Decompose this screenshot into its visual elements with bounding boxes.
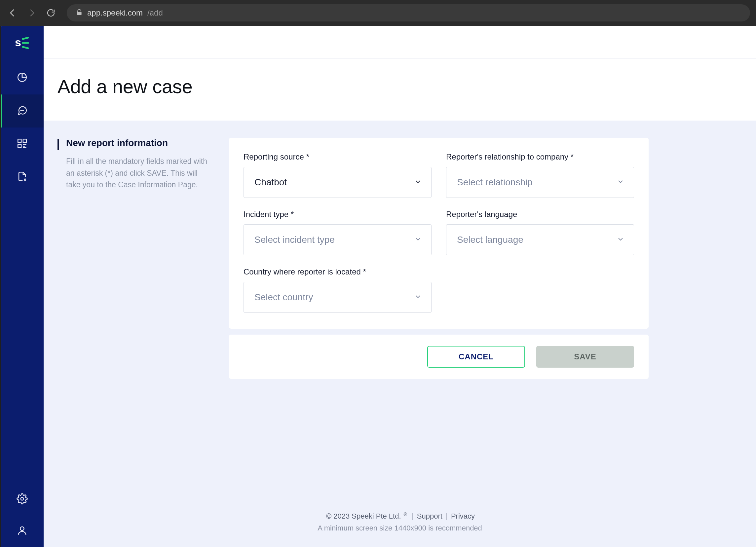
sidebar-nav: s bbox=[1, 26, 44, 547]
chevron-down-icon bbox=[414, 178, 422, 187]
field-country: Country where reporter is located * Sele… bbox=[244, 267, 432, 313]
page-header: Add a new case bbox=[44, 59, 756, 121]
field-reporting-source: Reporting source * Chatbot bbox=[244, 152, 432, 198]
form-card: Reporting source * Chatbot Reporter's re… bbox=[229, 138, 649, 329]
reporting-source-label: Reporting source * bbox=[244, 152, 432, 162]
sidebar-item-forms[interactable] bbox=[1, 128, 44, 161]
country-placeholder: Select country bbox=[254, 292, 313, 302]
svg-point-6 bbox=[20, 527, 24, 530]
reload-button[interactable] bbox=[44, 6, 57, 20]
relationship-placeholder: Select relationship bbox=[457, 177, 533, 188]
field-language: Reporter's language Select language bbox=[446, 210, 634, 255]
svg-rect-2 bbox=[18, 139, 21, 142]
sidebar-item-profile[interactable] bbox=[17, 515, 28, 547]
language-placeholder: Select language bbox=[457, 235, 523, 245]
pie-chart-icon bbox=[17, 72, 28, 84]
relationship-select[interactable]: Select relationship bbox=[446, 167, 634, 198]
svg-rect-3 bbox=[23, 139, 26, 142]
gear-icon bbox=[17, 493, 28, 506]
field-relationship: Reporter's relationship to company * Sel… bbox=[446, 152, 634, 198]
reporting-source-select[interactable]: Chatbot bbox=[244, 167, 432, 198]
save-button[interactable]: SAVE bbox=[536, 346, 634, 368]
section-side-note: New report information Fill in all the m… bbox=[57, 138, 214, 191]
country-select[interactable]: Select country bbox=[244, 282, 432, 313]
relationship-label: Reporter's relationship to company * bbox=[446, 152, 634, 162]
svg-text:s: s bbox=[15, 36, 21, 49]
field-incident-type: Incident type * Select incident type bbox=[244, 210, 432, 255]
file-x-icon bbox=[17, 171, 28, 183]
user-icon bbox=[17, 525, 28, 537]
language-label: Reporter's language bbox=[446, 210, 634, 219]
side-note-heading: New report information bbox=[66, 138, 212, 148]
footer-reg: ® bbox=[404, 512, 407, 517]
actions-card: CANCEL SAVE bbox=[229, 334, 649, 379]
qr-grid-icon bbox=[17, 138, 28, 150]
chat-bubble-icon bbox=[17, 105, 28, 117]
browser-toolbar: app.speeki.com/add bbox=[0, 0, 756, 26]
sidebar-item-dashboard[interactable] bbox=[1, 61, 44, 95]
svg-rect-0 bbox=[77, 12, 81, 15]
url-path: /add bbox=[147, 8, 163, 18]
footer-copyright: © 2023 Speeki Pte Ltd. bbox=[326, 512, 401, 520]
reporting-source-value: Chatbot bbox=[254, 177, 287, 188]
language-select[interactable]: Select language bbox=[446, 224, 634, 255]
incident-type-select[interactable]: Select incident type bbox=[244, 224, 432, 255]
svg-rect-4 bbox=[18, 144, 21, 148]
back-button[interactable] bbox=[6, 6, 19, 20]
app-logo[interactable]: s bbox=[12, 33, 32, 53]
chevron-down-icon bbox=[414, 293, 422, 302]
content-area: New report information Fill in all the m… bbox=[44, 121, 756, 547]
chevron-down-icon bbox=[617, 178, 624, 187]
chevron-down-icon bbox=[617, 235, 624, 245]
footer: © 2023 Speeki Pte Ltd.® | Support | Priv… bbox=[57, 502, 742, 537]
sidebar-item-export[interactable] bbox=[1, 161, 44, 194]
top-bar bbox=[44, 26, 756, 59]
footer-separator: | bbox=[412, 512, 414, 520]
app-root: s bbox=[1, 26, 756, 547]
incident-type-label: Incident type * bbox=[244, 210, 432, 219]
incident-type-placeholder: Select incident type bbox=[254, 235, 335, 245]
lock-icon bbox=[76, 8, 83, 18]
page-title: Add a new case bbox=[57, 75, 742, 98]
chevron-down-icon bbox=[414, 235, 422, 245]
footer-support-link[interactable]: Support bbox=[417, 512, 442, 520]
svg-point-5 bbox=[21, 497, 24, 500]
country-label: Country where reporter is located * bbox=[244, 267, 432, 276]
address-bar[interactable]: app.speeki.com/add bbox=[67, 4, 750, 21]
side-note-body: Fill in all the mandatory fields marked … bbox=[66, 156, 212, 191]
url-host: app.speeki.com bbox=[87, 8, 143, 18]
forward-button[interactable] bbox=[25, 6, 38, 20]
main-content: Add a new case New report information Fi… bbox=[44, 26, 756, 547]
sidebar-item-settings[interactable] bbox=[17, 484, 28, 515]
footer-separator: | bbox=[446, 512, 448, 520]
cancel-button[interactable]: CANCEL bbox=[427, 346, 525, 368]
footer-minsize: A minimum screen size 1440x900 is recomm… bbox=[57, 524, 742, 532]
sidebar-item-cases[interactable] bbox=[1, 95, 44, 128]
footer-privacy-link[interactable]: Privacy bbox=[451, 512, 475, 520]
